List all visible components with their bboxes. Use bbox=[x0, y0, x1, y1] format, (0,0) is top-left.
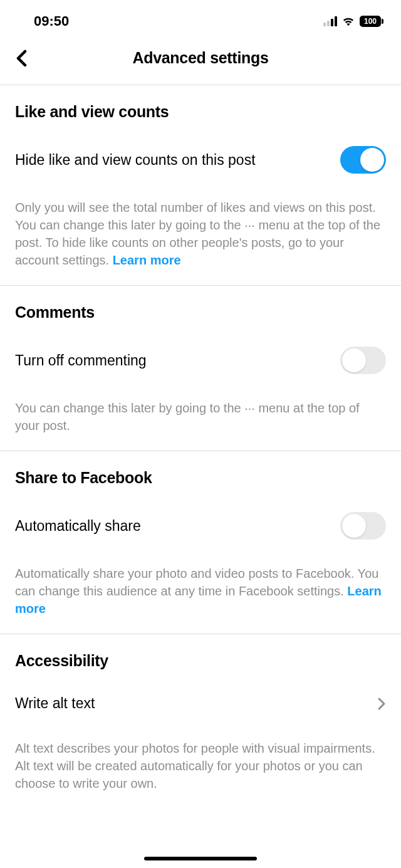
back-button[interactable] bbox=[11, 48, 31, 68]
chevron-right-icon bbox=[377, 697, 386, 711]
section-header-comments: Comments bbox=[15, 303, 386, 322]
toggle-comments[interactable] bbox=[340, 347, 386, 374]
wifi-icon bbox=[341, 16, 355, 27]
section-header-accessibility: Accessibility bbox=[15, 652, 386, 670]
toggle-label-comments: Turn off commenting bbox=[15, 352, 147, 369]
row-facebook: Automatically share bbox=[15, 512, 386, 540]
toggle-label-facebook: Automatically share bbox=[15, 518, 141, 535]
cellular-signal-icon bbox=[323, 16, 337, 26]
toggle-label-hide-likes: Hide like and view counts on this post bbox=[15, 152, 256, 169]
section-facebook: Share to Facebook Automatically share Au… bbox=[0, 451, 401, 634]
row-comments: Turn off commenting bbox=[15, 347, 386, 374]
description-likes: Only you will see the total number of li… bbox=[15, 199, 386, 269]
section-accessibility: Accessibility Write alt text Alt text de… bbox=[0, 634, 401, 808]
learn-more-likes-link[interactable]: Learn more bbox=[113, 253, 181, 267]
section-likes: Like and view counts Hide like and view … bbox=[0, 85, 401, 286]
nav-header: Advanced settings bbox=[0, 34, 401, 85]
chevron-left-icon bbox=[16, 50, 27, 67]
toggle-hide-likes[interactable] bbox=[340, 146, 386, 174]
home-indicator[interactable] bbox=[144, 857, 257, 860]
section-header-facebook: Share to Facebook bbox=[15, 469, 386, 487]
description-accessibility: Alt text describes your photos for peopl… bbox=[15, 740, 386, 792]
page-title: Advanced settings bbox=[132, 49, 268, 67]
status-bar: 09:50 100 bbox=[0, 0, 401, 34]
row-label-alt-text: Write alt text bbox=[15, 695, 95, 712]
status-time: 09:50 bbox=[34, 13, 69, 29]
description-text-likes: Only you will see the total number of li… bbox=[15, 201, 380, 267]
description-comments: You can change this later by going to th… bbox=[15, 399, 386, 434]
section-comments: Comments Turn off commenting You can cha… bbox=[0, 286, 401, 451]
section-header-likes: Like and view counts bbox=[15, 103, 386, 121]
row-alt-text[interactable]: Write alt text bbox=[15, 695, 386, 712]
status-indicators: 100 bbox=[323, 16, 383, 27]
row-hide-likes: Hide like and view counts on this post bbox=[15, 146, 386, 174]
description-facebook: Automatically share your photo and video… bbox=[15, 565, 386, 617]
description-text-facebook: Automatically share your photo and video… bbox=[15, 567, 378, 598]
battery-level: 100 bbox=[360, 16, 381, 27]
battery-icon: 100 bbox=[360, 16, 383, 27]
toggle-facebook[interactable] bbox=[340, 512, 386, 540]
